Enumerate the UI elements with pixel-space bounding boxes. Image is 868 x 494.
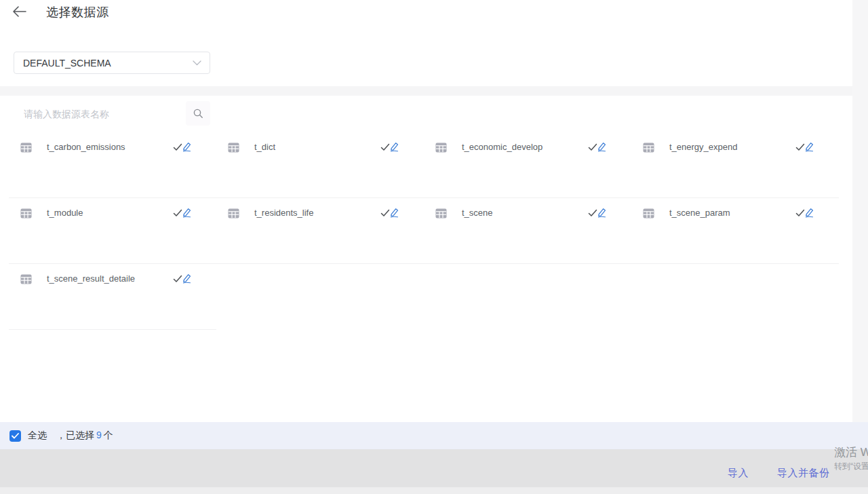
table-actions — [795, 142, 814, 152]
table-icon — [20, 274, 32, 284]
edit-icon[interactable] — [389, 208, 399, 218]
table-actions — [380, 208, 399, 218]
table-icon — [228, 208, 239, 218]
selected-check-icon — [380, 209, 390, 217]
selected-check-icon — [173, 143, 182, 151]
table-icon — [20, 208, 32, 218]
search-button[interactable] — [186, 101, 210, 126]
select-all-label: 全选 — [28, 430, 47, 442]
table-name: t_scene — [462, 207, 493, 219]
import-button[interactable]: 导入 — [728, 467, 749, 480]
header-divider-band — [0, 86, 852, 96]
selected-check-icon — [380, 143, 390, 151]
selected-count: 9 — [96, 430, 102, 440]
selected-check-icon — [795, 209, 805, 217]
selected-count-text: ，已选择9个 — [56, 430, 113, 442]
page-title: 选择数据源 — [46, 4, 109, 20]
edit-icon[interactable] — [597, 142, 607, 152]
selected-check-icon — [588, 209, 597, 217]
table-actions — [588, 142, 607, 152]
table-item[interactable]: t_scene — [424, 198, 631, 264]
activate-windows-watermark: 激活 W — [834, 444, 868, 460]
edit-icon[interactable] — [389, 142, 399, 152]
selected-check-icon — [173, 275, 182, 283]
tables-grid: t_carbon_emissions t_dict — [9, 132, 839, 330]
table-name: t_carbon_emissions — [47, 141, 125, 153]
edit-icon[interactable] — [804, 208, 814, 218]
table-actions — [173, 142, 192, 152]
table-name: t_economic_develop — [462, 141, 542, 153]
check-icon — [12, 433, 19, 439]
table-icon — [228, 142, 239, 153]
table-name: t_module — [47, 207, 83, 219]
edit-icon[interactable] — [597, 208, 607, 218]
table-icon — [435, 208, 447, 218]
selection-bar: 全选 ，已选择9个 — [0, 422, 868, 449]
right-background-strip — [852, 0, 868, 422]
table-actions — [588, 208, 607, 218]
edit-icon[interactable] — [182, 273, 192, 284]
schema-select-value: DEFAULT_SCHEMA — [23, 58, 193, 69]
select-all-checkbox[interactable] — [9, 430, 21, 442]
table-item[interactable]: t_economic_develop — [424, 132, 631, 198]
table-name: t_scene_param — [669, 207, 730, 219]
selected-check-icon — [173, 209, 182, 217]
table-item[interactable]: t_module — [9, 198, 216, 264]
table-item[interactable]: t_dict — [216, 132, 424, 198]
activate-windows-watermark-sub: 转到“设置 — [834, 461, 868, 472]
table-name: t_residents_life — [254, 207, 313, 219]
schema-select[interactable]: DEFAULT_SCHEMA — [14, 52, 210, 74]
table-name: t_dict — [254, 141, 275, 153]
table-icon — [643, 142, 654, 153]
edit-icon[interactable] — [804, 142, 814, 152]
chevron-down-icon — [193, 60, 201, 66]
selected-check-icon — [795, 143, 805, 151]
edit-icon[interactable] — [182, 142, 192, 152]
search-input[interactable] — [22, 103, 181, 125]
table-actions — [380, 142, 399, 152]
selected-unit: 个 — [104, 430, 113, 440]
table-icon — [20, 142, 32, 153]
table-item[interactable]: t_scene_param — [631, 198, 839, 264]
table-actions — [795, 208, 814, 218]
bottom-strip — [0, 487, 868, 494]
table-item[interactable]: t_scene_result_detaile — [9, 264, 216, 330]
table-actions — [173, 208, 192, 218]
table-icon — [435, 142, 447, 153]
table-name: t_energy_expend — [669, 141, 737, 153]
table-item[interactable]: t_carbon_emissions — [9, 132, 216, 198]
back-button[interactable] — [11, 3, 28, 20]
table-name: t_scene_result_detaile — [47, 273, 135, 285]
selected-prefix: ，已选择 — [56, 430, 94, 440]
table-item[interactable]: t_energy_expend — [631, 132, 839, 198]
import-backup-button[interactable]: 导入并备份 — [777, 467, 830, 480]
search-icon — [193, 108, 204, 119]
edit-icon[interactable] — [182, 208, 192, 218]
arrow-left-icon — [12, 4, 28, 19]
table-actions — [173, 273, 192, 284]
selected-check-icon — [588, 143, 597, 151]
table-icon — [643, 208, 654, 218]
table-item[interactable]: t_residents_life — [216, 198, 424, 264]
